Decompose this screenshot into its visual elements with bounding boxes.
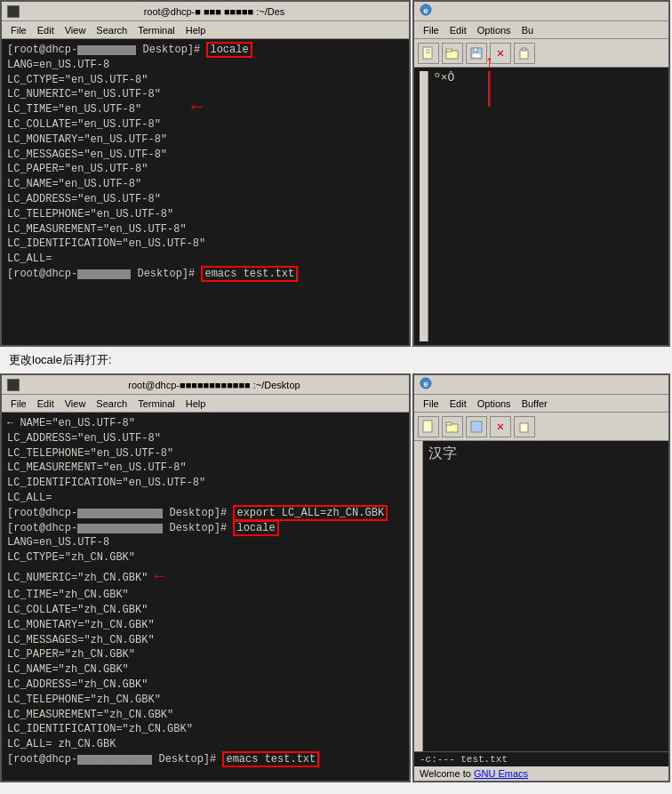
btm-locale-highlight: locale <box>233 520 278 536</box>
svg-rect-9 <box>472 53 481 58</box>
terminal-line-14: LC_IDENTIFICATION="en_US.UTF-8" <box>7 237 404 252</box>
btm-line-9: LANG=en_US.UTF-8 <box>7 535 404 550</box>
emacs-scrollbar-left[interactable] <box>420 71 428 341</box>
toolbar-save-btn[interactable] <box>466 43 487 64</box>
bottom-emacs-titlebar: e <box>414 375 668 395</box>
terminal-line-11: LC_ADDRESS="en_US.UTF-8" <box>7 192 404 207</box>
emacs-menu-edit[interactable]: Edit <box>444 25 472 36</box>
terminal-line-12: LC_TELEPHONE="en_US.UTF-8" <box>7 207 404 222</box>
btm-line-4: LC_MEASUREMENT="en_US.UTF-8" <box>7 461 404 476</box>
btm-line-17: LC_NAME="zh_CN.GBK" <box>7 662 404 678</box>
terminal-line-4: LC_NUMERIC="en_US.UTF-8" <box>7 87 404 102</box>
btm-line-23: [root@dhcp-■■■ ■■■■■■■■■ Desktop]# emacs… <box>7 752 404 767</box>
top-terminal-titlebar: root@dhcp-■ ■■■ ■■■■■ :~/Des <box>2 2 409 21</box>
terminal-line-16: [root@dhcp-■ ■■■ ■■■■ Desktop]# emacs te… <box>7 267 404 282</box>
top-emacs-body: º×Ô <box>414 68 668 345</box>
emacs-title-icon: e <box>420 4 432 20</box>
terminal-line-1: [root@dhcp-■ ■■■ ■■■■■ Desktop]# locale <box>7 43 404 58</box>
btm-menu-edit[interactable]: Edit <box>32 398 60 409</box>
btm-emacs-highlight: emacs test.txt <box>222 751 319 767</box>
btm-menu-search[interactable]: Search <box>91 398 132 409</box>
bottom-emacs-menubar: File Edit Options Buffer <box>414 395 668 413</box>
terminal-line-7: LC_MONETARY="en_US.UTF-8" <box>7 132 404 148</box>
svg-rect-16 <box>446 422 452 425</box>
svg-rect-18 <box>520 423 528 432</box>
btm-emacs-menu-file[interactable]: File <box>418 398 444 409</box>
btm-line-22: LC_ALL= zh_CN.GBK <box>7 737 404 752</box>
btm-toolbar-close-btn[interactable]: ✕ <box>490 416 511 437</box>
bottom-terminal-body: ← NAME="en_US.UTF-8" LC_ADDRESS="en_US.U… <box>2 413 409 781</box>
btm-menu-terminal[interactable]: Terminal <box>132 398 180 409</box>
btm-toolbar-paste-btn[interactable] <box>514 416 535 437</box>
btm-emacs-status-text: -c:--- test.txt <box>420 754 508 765</box>
btm-toolbar-new-btn[interactable] <box>418 416 439 437</box>
btm-line-18: LC_ADDRESS="zh_CN.GBK" <box>7 678 404 693</box>
terminal-line-15: LC_ALL= <box>7 252 404 267</box>
btm-line-1: ← NAME="en_US.UTF-8" <box>7 416 404 431</box>
top-emacs-toolbar: ✕ <box>414 39 668 68</box>
btm-line-7: [root@dhcp-■■■ ■■■■■■■■■ Desktop]# expor… <box>7 506 404 521</box>
emacs-menu-file[interactable]: File <box>418 25 444 36</box>
btm-menu-help[interactable]: Help <box>180 398 212 409</box>
toolbar-close-btn[interactable]: ✕ <box>490 43 511 64</box>
bottom-terminal-icon <box>7 379 20 391</box>
bottom-emacs-icon: e <box>420 377 432 393</box>
svg-rect-11 <box>522 48 526 51</box>
menu-search[interactable]: Search <box>91 25 132 36</box>
btm-emacs-menu-buffer[interactable]: Buffer <box>516 398 553 409</box>
terminal-line-10: LC_NAME="en_US.UTF-8" <box>7 177 404 192</box>
btm-emacs-welcome-bar: Welcome to GNU Emacs <box>414 766 668 781</box>
annotation-label: 更改locale后再打开: <box>9 353 112 366</box>
emacs-menu-bu[interactable]: Bu <box>516 25 539 36</box>
menu-view[interactable]: View <box>60 25 92 36</box>
top-emacs-menubar: File Edit Options Bu <box>414 21 668 39</box>
btm-line-5: LC_IDENTIFICATION="en_US.UTF-8" <box>7 476 404 491</box>
menu-terminal[interactable]: Terminal <box>132 25 180 36</box>
btm-toolbar-open-btn[interactable] <box>442 416 463 437</box>
top-terminal-title: root@dhcp-■ ■■■ ■■■■■ :~/Des <box>25 6 404 17</box>
terminal-window-icon <box>7 5 20 18</box>
bottom-emacs-content: 汉字 <box>423 441 668 751</box>
btm-menu-file[interactable]: File <box>5 398 32 409</box>
svg-rect-8 <box>474 48 477 52</box>
top-terminal-menubar: File Edit View Search Terminal Help <box>2 21 409 39</box>
gnu-emacs-link[interactable]: GNU Emacs <box>474 768 528 779</box>
bottom-emacs-body: 汉字 ↑ <box>414 441 668 751</box>
bottom-terminal-menubar: File Edit View Search Terminal Help <box>2 395 409 413</box>
btm-line-8: [root@dhcp-■■■ ■■■■■■■■■ Desktop]# local… <box>7 521 404 536</box>
emacs-menu-options[interactable]: Options <box>472 25 516 36</box>
btm-emacs-menu-edit[interactable]: Edit <box>444 398 472 409</box>
menu-help[interactable]: Help <box>180 25 212 36</box>
btm-line-2: LC_ADDRESS="en_US.UTF-8" <box>7 431 404 446</box>
bottom-emacs-body-container: 汉字 ↑ -c:--- test.txt Welcome to GNU Emac… <box>414 441 668 781</box>
btm-emacs-scrollbar[interactable] <box>414 441 423 751</box>
bottom-emacs-toolbar: ✕ <box>414 413 668 441</box>
btm-emacs-menu-options[interactable]: Options <box>472 398 516 409</box>
terminal-line-2: LANG=en_US.UTF-8 <box>7 58 404 73</box>
toolbar-new-btn[interactable] <box>418 43 439 64</box>
btm-emacs-status-bar: -c:--- test.txt <box>414 751 668 766</box>
top-emacs-titlebar: e <box>414 2 668 21</box>
btm-line-3: LC_TELEPHONE="en_US.UTF-8" <box>7 446 404 461</box>
svg-rect-14 <box>423 421 432 432</box>
locale-command-highlight: locale <box>206 42 252 58</box>
btm-line-10: LC_CTYPE="zh_CN.GBK" <box>7 550 404 565</box>
terminal-line-8: LC_MESSAGES="en_US.UTF-8" <box>7 148 404 163</box>
bottom-emacs-window: e File Edit Options Buffer ✕ <box>412 373 670 782</box>
menu-file[interactable]: File <box>5 25 32 36</box>
btm-toolbar-save-btn[interactable] <box>466 416 487 437</box>
top-terminal-body: [root@dhcp-■ ■■■ ■■■■■ Desktop]# locale … <box>2 39 409 345</box>
btm-menu-view[interactable]: View <box>60 398 92 409</box>
btm-line-11: LC_NUMERIC="zh_CN.GBK" ← <box>7 565 404 588</box>
svg-text:e: e <box>423 7 428 16</box>
toolbar-paste-btn[interactable] <box>514 43 535 64</box>
welcome-prefix: Welcome to <box>420 768 474 779</box>
btm-line-20: LC_MEASUREMENT="zh_CN.GBK" <box>7 708 404 723</box>
menu-edit[interactable]: Edit <box>32 25 60 36</box>
export-command-highlight: export LC_ALL=zh_CN.GBK <box>233 505 388 521</box>
btm-line-14: LC_MONETARY="zh_CN.GBK" <box>7 618 404 633</box>
btm-line-16: LC_PAPER="zh_CN.GBK" <box>7 647 404 662</box>
btm-emacs-text: 汉字 <box>428 445 457 461</box>
toolbar-open-btn[interactable] <box>442 43 463 64</box>
bottom-terminal: root@dhcp-■■■■■■■■■■■■ :~/Desktop File E… <box>0 373 411 782</box>
